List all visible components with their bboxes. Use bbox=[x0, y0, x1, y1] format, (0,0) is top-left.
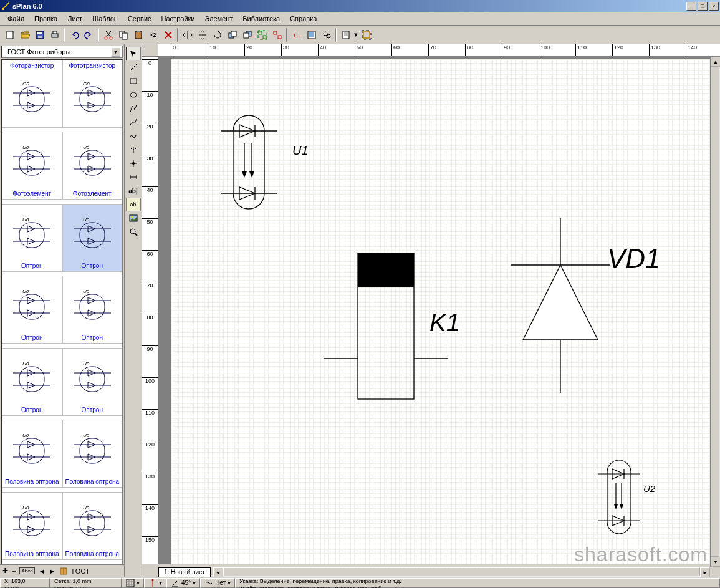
library-item[interactable]: U0Фотоэлемент bbox=[2, 132, 62, 200]
text-tool-icon[interactable]: ab| bbox=[126, 184, 141, 198]
library-item[interactable]: ФототранзисторG0 bbox=[62, 60, 123, 128]
poly-tool-icon[interactable] bbox=[126, 102, 141, 115]
canvas-viewport[interactable]: U1 K1 VD1 bbox=[158, 57, 710, 564]
svg-rect-36 bbox=[19, 87, 44, 112]
print-icon[interactable] bbox=[47, 28, 62, 42]
textblock-tool-icon[interactable]: ab bbox=[126, 198, 141, 211]
app-title: sPlan 6.0 bbox=[12, 2, 686, 10]
snap-toggle-icon[interactable]: ▾ bbox=[144, 578, 166, 588]
junction-tool-icon[interactable] bbox=[126, 157, 141, 170]
menu-help[interactable]: Справка bbox=[285, 14, 322, 24]
curve-tool-icon[interactable] bbox=[126, 115, 141, 129]
component-vd1[interactable] bbox=[511, 218, 610, 393]
sheet-tab[interactable]: 1: Новый лист bbox=[158, 567, 211, 577]
ruler-tick: 140 bbox=[142, 504, 158, 511]
angle-toggle[interactable]: 45°▾ bbox=[166, 578, 200, 588]
canvas-page[interactable]: U1 K1 VD1 bbox=[171, 59, 710, 564]
minimize-button[interactable]: _ bbox=[686, 2, 696, 11]
library-item-label-bottom: Половина оптрона bbox=[64, 478, 121, 486]
redo-icon[interactable] bbox=[82, 28, 96, 42]
duplicate-icon[interactable]: ×2 bbox=[146, 28, 160, 42]
library-item[interactable]: U0Оптрон bbox=[2, 348, 62, 416]
copy-icon[interactable] bbox=[116, 28, 130, 42]
library-selector[interactable]: _ГОСТ Фотоприборы ▼ bbox=[1, 46, 123, 58]
label-k1[interactable]: K1 bbox=[430, 309, 460, 337]
menu-library[interactable]: Библиотека bbox=[238, 14, 285, 24]
vertical-scrollbar[interactable]: ▲ ▼ bbox=[710, 57, 720, 567]
svg-rect-12 bbox=[137, 31, 140, 32]
label-u2[interactable]: U2 bbox=[643, 483, 655, 494]
menu-edit[interactable]: Правка bbox=[29, 14, 62, 24]
library-item[interactable]: U0Оптрон bbox=[62, 204, 123, 272]
rubber-toggle[interactable]: Нет▾ bbox=[200, 578, 235, 588]
chevron-down-icon[interactable]: ▼ bbox=[111, 47, 120, 57]
scroll-up-icon[interactable]: ▲ bbox=[711, 57, 720, 67]
library-item[interactable]: U0Оптрон bbox=[2, 276, 62, 344]
page-dropdown-icon[interactable]: ▾ bbox=[353, 28, 358, 42]
cut-icon[interactable] bbox=[101, 28, 115, 42]
pointer-tool-icon[interactable] bbox=[126, 47, 141, 60]
new-icon[interactable] bbox=[2, 28, 17, 42]
menu-template[interactable]: Шаблон bbox=[87, 14, 123, 24]
menu-service[interactable]: Сервис bbox=[123, 14, 156, 24]
svg-text:U0: U0 bbox=[83, 505, 90, 511]
library-item[interactable]: U0Половина оптрона bbox=[2, 492, 62, 560]
save-icon[interactable] bbox=[32, 28, 47, 42]
nav-left-icon[interactable]: ◄ bbox=[39, 567, 46, 575]
circle-tool-icon[interactable] bbox=[126, 88, 141, 102]
zoom-fit-icon[interactable] bbox=[359, 28, 373, 42]
library-item[interactable]: U0Оптрон bbox=[62, 276, 123, 344]
back-icon[interactable] bbox=[240, 28, 254, 42]
front-icon[interactable] bbox=[225, 28, 239, 42]
grid-toggle-icon[interactable]: ▾ bbox=[122, 578, 144, 588]
menu-element[interactable]: Элемент bbox=[199, 14, 238, 24]
label-vd1[interactable]: VD1 bbox=[607, 243, 661, 274]
horizontal-scrollbar[interactable]: 1: Новый лист ◄ ► bbox=[158, 567, 710, 577]
menu-file[interactable]: Файл bbox=[2, 14, 29, 24]
svg-rect-1 bbox=[7, 31, 13, 39]
image-tool-icon[interactable] bbox=[126, 211, 141, 225]
list-icon[interactable] bbox=[304, 28, 319, 42]
close-button[interactable]: × bbox=[709, 2, 719, 11]
open-icon[interactable] bbox=[17, 28, 32, 42]
scroll-down-icon[interactable]: ▼ bbox=[711, 557, 720, 567]
ungroup-icon[interactable] bbox=[270, 28, 284, 42]
library-item[interactable]: U0Фотоэлемент bbox=[62, 132, 123, 200]
remove-icon[interactable]: − bbox=[12, 567, 16, 575]
undo-icon[interactable] bbox=[67, 28, 81, 42]
library-item[interactable]: U0Половина оптрона bbox=[62, 492, 123, 560]
library-item[interactable]: ФоторанзисторG0 bbox=[2, 60, 62, 128]
mirror-v-icon[interactable] bbox=[195, 28, 209, 42]
component-u1[interactable] bbox=[221, 112, 295, 212]
library-item[interactable]: U0Половина оптрона bbox=[2, 420, 62, 488]
renumber-icon[interactable]: 1→ bbox=[289, 28, 304, 42]
library-item[interactable]: U0Половина оптрона bbox=[62, 420, 123, 488]
rect-tool-icon[interactable] bbox=[126, 74, 141, 88]
rotate-icon[interactable] bbox=[210, 28, 224, 42]
dimension-tool-icon[interactable] bbox=[126, 170, 141, 184]
label-u1[interactable]: U1 bbox=[292, 143, 309, 158]
special-tool-icon[interactable] bbox=[126, 143, 141, 157]
line-tool-icon[interactable] bbox=[126, 60, 141, 74]
scroll-left-icon[interactable]: ◄ bbox=[213, 567, 223, 577]
menu-bar: Файл Правка Лист Шаблон Сервис Настройки… bbox=[0, 12, 720, 26]
scroll-right-icon[interactable]: ► bbox=[700, 567, 710, 577]
mirror-h-icon[interactable] bbox=[180, 28, 194, 42]
component-u2[interactable] bbox=[598, 458, 648, 536]
menu-settings[interactable]: Настройки bbox=[156, 14, 200, 24]
paste-icon[interactable] bbox=[131, 28, 145, 42]
library-item[interactable]: U0Оптрон bbox=[2, 204, 62, 272]
delete-icon[interactable] bbox=[161, 28, 175, 42]
maximize-button[interactable]: □ bbox=[698, 2, 708, 11]
menu-sheet[interactable]: Лист bbox=[62, 14, 87, 24]
page-icon[interactable] bbox=[338, 28, 353, 42]
library-item[interactable]: U0Оптрон bbox=[62, 348, 123, 416]
add-icon[interactable]: ✚ bbox=[2, 567, 8, 575]
label-icon[interactable]: Abcd bbox=[19, 567, 34, 574]
nav-right-icon[interactable]: ► bbox=[49, 567, 56, 575]
search-icon[interactable] bbox=[319, 28, 334, 42]
zoom-tool-icon[interactable] bbox=[126, 225, 141, 239]
freehand-tool-icon[interactable] bbox=[126, 129, 141, 143]
library-item-preview: U0 bbox=[64, 206, 121, 262]
group-icon[interactable] bbox=[255, 28, 269, 42]
